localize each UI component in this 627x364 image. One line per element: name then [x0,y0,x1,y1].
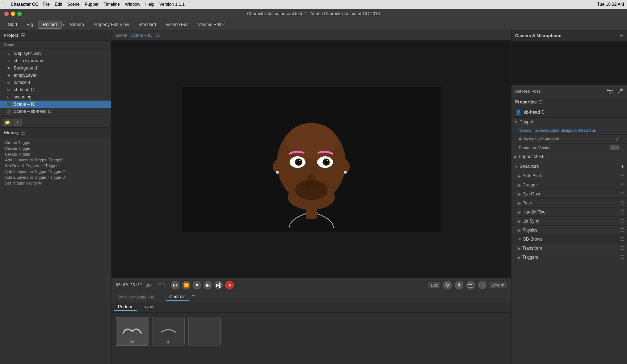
control-card-empty[interactable] [188,317,221,346]
controls-tab-menu[interactable]: ☰ [192,295,195,299]
handle-fixer-menu-icon[interactable]: ☰ [620,209,624,215]
eye-gaze-menu-icon[interactable]: ☰ [620,191,624,196]
project-item-0[interactable]: ♪ ic lip sync.wav [0,50,111,57]
project-item-7[interactable]: 🎥 Scene – IC [0,101,111,108]
behavior-handle-fixer[interactable]: ▶ Handle Fixer ☰ [512,208,627,217]
menu-file[interactable]: File [43,2,50,7]
menu-help[interactable]: Help [146,2,155,7]
behaviors-add-icon[interactable]: + [621,163,624,170]
physics-menu-icon[interactable]: ☰ [620,228,624,233]
character-container [182,87,441,232]
cam-mic-menu-icon[interactable]: ☰ [619,33,623,38]
behavior-eye-gaze[interactable]: ▶ Eye Gaze ☰ [512,190,627,199]
behaviors-header[interactable]: ▼ Behaviors + [512,161,627,172]
project-item-3[interactable]: ★ emptyLayer [0,72,111,79]
project-item-8[interactable]: 🎥 Scene – sb-head C [0,108,111,115]
controls-tab[interactable]: Controls [166,293,189,301]
toolbar-rig[interactable]: Rig [22,21,37,29]
maximize-button[interactable] [17,12,22,16]
play-btn[interactable]: ▶ [203,281,212,289]
behavior-face[interactable]: ▶ Face ☰ [512,199,627,208]
properties-menu-icon[interactable]: ☰ [539,100,543,105]
perform-tab[interactable]: Perform [114,304,137,311]
behavior-triggers[interactable]: ▶ Triggers ☰ [512,253,627,262]
layout-tab[interactable]: Layout [138,304,158,311]
project-menu-icon[interactable]: ☰ [21,33,25,38]
behavior-transform[interactable]: ▶ Transform ☰ [512,244,627,253]
menu-timeline[interactable]: Timeline [104,2,120,7]
project-item-4[interactable]: ☺ ic-face 4 [0,79,111,86]
history-item-6[interactable]: Add 2 Layers to Trigger "Trigger 3" [0,174,111,180]
toolbar-viseme-edit2[interactable]: Viseme Edit 2 [194,21,229,29]
history-item-0[interactable]: Create Trigger [0,140,111,145]
render-vector-toggle[interactable] [610,145,620,150]
step-forward-btn[interactable]: ▶▌ [214,281,223,289]
rewind-btn[interactable]: ⏪ [182,281,190,289]
history-item-4[interactable]: Set Default Trigger to "Trigger" [0,163,111,169]
face-menu-icon[interactable]: ☰ [620,200,624,206]
menu-edit[interactable]: Edit [55,2,62,7]
skip-to-start-btn[interactable]: ⏮ [171,281,180,289]
sb-brows-menu-icon[interactable]: ☰ [620,237,624,242]
control-card-a[interactable]: A [152,317,185,346]
stop-btn[interactable]: ■ [193,281,201,289]
project-item-1[interactable]: ♪ sb lip sync.wav [0,57,111,64]
scene-menu-icon[interactable]: ☰ [156,33,160,38]
control-card-w[interactable]: W [116,317,148,346]
project-item-2[interactable]: ★ Background [0,64,111,72]
fullscreen-btn[interactable]: ▢ [478,281,487,289]
project-item-5[interactable]: ☺ sb-head C [0,86,111,93]
project-item-6[interactable]: □ scene bg [0,93,111,101]
transform-menu-icon[interactable]: ☰ [620,246,624,251]
canvas-viewport [182,87,441,232]
menu-scene[interactable]: Scene [67,2,80,7]
record-menu-icon[interactable]: ▾ [62,22,65,27]
puppet-section-header[interactable]: ▼ Puppet [512,118,627,126]
puppet-path[interactable]: /Users/...Sirahn/puppet design/sb-head C… [512,126,627,135]
history-item-1[interactable]: Create Trigger [0,145,111,151]
zoom-chevron[interactable]: ▼ [501,283,505,287]
speed-display: 1.0x [428,282,440,288]
dragger-menu-icon[interactable]: ☰ [620,182,624,187]
behavior-sb-brows[interactable]: ▼ SB-Brows ☰ [512,235,627,244]
history-menu-icon[interactable]: ☰ [21,130,25,136]
minimize-button[interactable] [11,12,15,16]
toolbar-stream[interactable]: Stream [66,21,88,29]
loop-btn[interactable]: ↻ [443,281,452,289]
toolbar-start[interactable]: Start [4,21,21,29]
camera-icon[interactable]: 📷 [606,88,613,95]
new-folder-btn[interactable]: 📁 [3,119,12,126]
auto-blink-menu-icon[interactable]: ☰ [620,173,624,178]
puppet-mesh-header[interactable]: ▶ Puppet Mesh [512,152,627,161]
toolbar-property-edit[interactable]: Property Edit View [89,21,134,29]
behavior-lip-sync[interactable]: ▶ Lip Sync ☰ [512,217,627,226]
import-btn[interactable]: + [13,119,22,126]
face-arrow: ▶ [518,201,521,205]
camera-btn[interactable]: 📷 [466,281,475,289]
microphone-icon[interactable]: 🎤 [616,88,623,95]
fps-label: 12 fps [157,283,167,287]
scene-name[interactable]: Scene – IC [131,33,152,38]
behavior-dragger[interactable]: ▶ Dragger ☰ [512,181,627,190]
history-item-5[interactable]: Add 2 Layers to Trigger "Trigger 2" [0,169,111,174]
record-btn[interactable]: ● [225,281,234,289]
triggers-menu-icon[interactable]: ☰ [620,255,624,260]
behavior-auto-blink[interactable]: ▶ Auto Blink ☰ [512,172,627,181]
history-item-2[interactable]: Create Trigger [0,151,111,157]
dragger-arrow: ▶ [518,183,521,187]
menu-puppet[interactable]: Puppet [85,2,98,7]
behavior-physics[interactable]: ▶ Physics ☰ [512,226,627,235]
toolbar-standard[interactable]: Standard [134,21,160,29]
history-item-7[interactable]: Set Trigger Key to W [0,180,111,186]
close-button[interactable] [4,12,9,16]
lip-sync-arrow: ▶ [518,219,521,223]
history-item-3[interactable]: Add 2 Layers to Trigger "Trigger" [0,157,111,163]
lip-sync-menu-icon[interactable]: ☰ [620,219,624,224]
timeline-label: Timeline: Scene – IC [114,295,159,299]
cam-preview [512,42,627,85]
export-btn[interactable]: ↯ [455,281,463,289]
toolbar-viseme-edit[interactable]: Viseme Edit [161,21,193,29]
svg-point-17 [276,171,279,174]
menu-window[interactable]: Window [125,2,140,7]
toolbar-record[interactable]: Record [38,21,62,29]
